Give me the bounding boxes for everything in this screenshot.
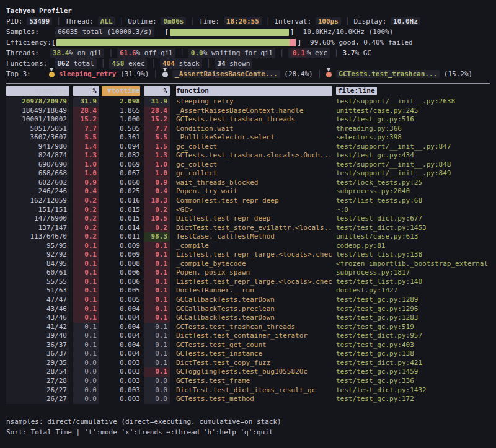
table-row[interactable]: 51/630.10.0050.1DocTestRunner.__rundocte… [6,286,490,296]
table-row[interactable]: 668/6681.00.0671.0gc_collecttest/support… [6,169,490,178]
table-row[interactable]: 39/400.10.0040.1DictTest.test_container_… [6,332,490,341]
info-segment-label: Time: [199,17,219,25]
table-row[interactable]: 60/610.10.0060.1Popen._posix_spawnsubpro… [6,268,490,278]
cell-pct-direct: 0.1 [73,242,99,251]
cell-function: gc_collect [176,169,332,178]
cell-nsamples: 27/28 [6,377,69,386]
column-header-pct-direct[interactable]: % [73,86,99,96]
cell-function: _PollLikeSelector.select [176,133,332,143]
table-row[interactable]: 602/6020.90.0600.9wait_threads_blockedte… [6,178,490,188]
cell-pct-direct: 0.2 [73,206,99,215]
column-header-pct-cumulative[interactable]: % [144,86,170,96]
table-row[interactable]: 55/550.10.0060.1ListTest.test_repr_large… [6,278,490,287]
table-row[interactable]: 27/280.00.0030.0GCTests.test_frametest/t… [6,377,490,386]
separator-bar: │ [317,69,322,79]
cell-tottime: 0.025 [102,187,140,196]
cell-pct-direct: 0.1 [73,250,99,260]
cell-tottime: 0.060 [102,178,140,188]
column-header-nsamples[interactable]: nsamples [6,86,69,96]
functions-segment-suffix: stack [175,59,200,68]
cell-tottime: 0.015 [102,206,140,215]
cell-pct-direct: 0.2 [73,214,99,224]
table-row[interactable]: 162/120590.20.01618.3CommonTest.test_rep… [6,196,490,206]
table-row[interactable]: 95/950.10.0090.1_compilecodeop.py:81 [6,242,490,251]
cell-nsamples: 137/147 [6,224,69,233]
cell-pct-cumulative: 1.5 [144,143,170,152]
table-row[interactable]: 690/6901.00.0691.0gc_collecttest/support… [6,160,490,170]
cell-tottime: 0.069 [102,160,140,170]
table-row[interactable]: 824/8741.30.0821.3GCTests.test_trashcan.… [6,151,490,160]
separator-bar: │ [280,48,284,58]
top3-item[interactable]: _AssertRaisesBaseConte... (28.4%) [162,69,313,79]
info-segment-label: PID: [6,17,23,25]
cell-tottime: 0.003 [102,386,140,395]
cell-tottime: 1.865 [102,107,140,116]
column-header-file-line-label: file:line [336,87,377,95]
table-row[interactable]: 18649/1864928.41.86528.4_AssertRaisesBas… [6,107,490,116]
top3-item[interactable]: GCTests.test_trashcan... (15.2%) [326,69,472,79]
threads-segment-suffix: % GC [355,49,371,57]
functions-segment: 34 shown [215,58,252,69]
table-row[interactable]: 10001/1000215.21.00015.2GCTests.test_tra… [6,115,490,125]
cell-pct-cumulative: 31.9 [144,97,170,107]
cell-tottime: 0.094 [102,143,140,152]
column-header-file-line[interactable]: file:line [336,86,490,96]
cell-nsamples: 47/47 [6,296,69,305]
cell-file-line: test/test_gc.py:336 [336,377,490,386]
table-row[interactable]: 26/270.00.0030.0GCTests.test_methodtest/… [6,395,490,404]
threads-label: Threads: [6,48,39,58]
separator-bar: │ [101,58,105,69]
cell-pct-cumulative: 0.1 [144,286,170,296]
table-row[interactable]: 3607/36075.50.3615.5_PollLikeSelector.se… [6,133,490,143]
top3-item[interactable]: sleeping_retry (31.9%) [48,69,149,79]
table-row[interactable]: 151/1510.20.0150.2<GC>~:0 [6,206,490,215]
separator-bar: │ [180,48,184,58]
separator-bar: │ [345,16,350,27]
cell-file-line: test/test_dict.py:421 [336,359,490,368]
cell-pct-direct: 0.1 [73,314,99,323]
table-row[interactable]: 29/350.00.0030.1DictTest.test_copy_fuzzt… [6,359,490,368]
table-row[interactable]: 26/270.00.0030.0DictTest.test_dict_items… [6,386,490,395]
cell-nsamples: 941/980 [6,143,69,152]
cell-tottime: 0.003 [102,395,140,404]
functions-segment: 862 total [55,58,97,69]
table-row[interactable]: 246/2460.40.0250.4Popen._try_waitsubproc… [6,187,490,196]
cell-file-line: test/test_gc.py:138 [336,349,490,359]
samples-bar-open-bracket: [ [164,27,169,37]
table-row[interactable]: 941/9801.40.0941.5gc_collecttest/support… [6,143,490,152]
table-row[interactable]: 47/470.10.0050.1GCCallbackTests.tearDown… [6,296,490,305]
threads-segment-value: 61.6 [120,49,136,57]
column-header-function[interactable]: function [176,86,332,96]
column-header-tottime-sorted[interactable]: ▼tottime [102,86,140,96]
cell-tottime: 0.004 [102,349,140,359]
cell-function: <GC> [176,206,332,215]
table-row[interactable]: 20978/2097931.92.09831.9sleeping_retryte… [6,97,490,107]
cell-pct-cumulative: 0.1 [144,332,170,341]
table-row[interactable]: 84/950.10.0080.1_compile_bytecode<frozen… [6,260,490,269]
table-row[interactable]: 113/646700.20.01198.3TestCase._callTestM… [6,232,490,242]
cell-function: CommonTest.test_repr_deep [176,196,332,206]
cell-pct-cumulative: 10.5 [144,214,170,224]
table-row[interactable]: 41/420.10.0040.1GCTests.test_trashcan_th… [6,323,490,332]
table-row[interactable]: 43/460.10.0040.1GCCallbackTests.preclean… [6,305,490,314]
cell-tottime: 0.004 [102,305,140,314]
table-row[interactable]: 137/1470.20.0140.2DictTest.test_store_ev… [6,224,490,233]
table-row[interactable]: 92/920.10.0090.1ListTest.test_repr_large… [6,250,490,260]
table-row[interactable]: 5051/50517.70.5057.7Condition.waitthread… [6,125,490,134]
info-segment-uptime: Uptime: 0m06s [128,16,186,27]
cell-nsamples: 246/246 [6,187,69,196]
cell-pct-direct: 0.1 [73,305,99,314]
cell-pct-direct: 0.9 [73,178,99,188]
cell-file-line: test/test_dict.py:677 [336,214,490,224]
top3-item-name: sleeping_retry [59,70,117,78]
cell-pct-direct: 0.1 [73,341,99,350]
cell-file-line: test/test_gc.py:1459 [336,367,490,377]
functions-segment-value: 862 [57,59,69,68]
table-row[interactable]: 36/370.10.0040.1GCTests.test_get_countte… [6,341,490,350]
table-row[interactable]: 147/69000.20.01510.5DictTest.test_repr_d… [6,214,490,224]
cell-function: DictTest.test_dict_items_result_gc [176,386,332,395]
table-row[interactable]: 36/370.10.0040.1GCTests.test_instancetes… [6,349,490,359]
table-row[interactable]: 28/540.00.0030.1GCTogglingTests.test_bug… [6,367,490,377]
cell-file-line: test/test_gc.py:1283 [336,314,490,323]
table-row[interactable]: 43/460.10.0040.1GCCallbackTests.tearDown… [6,314,490,323]
